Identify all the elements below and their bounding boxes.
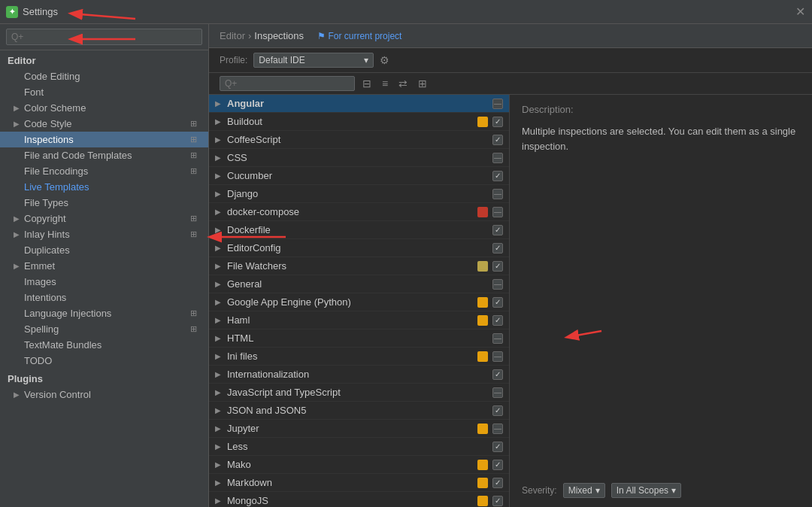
inspection-checkbox[interactable]: — — [492, 387, 503, 398]
sidebar-item-version-control[interactable]: ▶ Version Control — [0, 387, 208, 402]
inspection-checkbox[interactable]: ✓ — [492, 297, 503, 308]
inspection-row[interactable]: ▶EditorConfig✓ — [209, 239, 509, 257]
sidebar-item-copyright[interactable]: ▶ Copyright ⊞ — [0, 211, 208, 226]
no-arrow-sp — [12, 325, 21, 334]
sidebar-item-intentions[interactable]: Intentions — [0, 290, 208, 305]
inspection-checkbox[interactable]: — — [492, 333, 503, 344]
inspection-checkbox[interactable]: — — [492, 279, 503, 290]
inspection-row[interactable]: ▶Markdown✓ — [209, 474, 509, 492]
inspection-row[interactable]: ▶General— — [209, 275, 509, 293]
sidebar-item-code-editing[interactable]: Code Editing — [0, 68, 208, 84]
sidebar-item-language-injections[interactable]: Language Injections ⊞ — [0, 305, 208, 321]
inspection-row[interactable]: ▶Dockerfile✓ — [209, 221, 509, 239]
inspection-expand-arrow: ▶ — [215, 135, 223, 144]
no-arrow — [12, 88, 21, 97]
profile-dropdown-arrow: ▾ — [364, 55, 368, 65]
inspection-row[interactable]: ▶Internationalization✓ — [209, 366, 509, 384]
inspection-row[interactable]: ▶MongoJS✓ — [209, 492, 509, 507]
sidebar-search-input[interactable] — [6, 29, 202, 45]
inspection-row[interactable]: ▶JSON and JSON5✓ — [209, 402, 509, 420]
sidebar-item-code-style[interactable]: ▶ Code Style ⊞ — [0, 116, 208, 132]
inspection-row[interactable]: ▶Haml✓ — [209, 311, 509, 329]
inspection-row[interactable]: ▶Django— — [209, 185, 509, 203]
inspection-row[interactable]: ▶Less✓ — [209, 438, 509, 456]
copyright-icon: ⊞ — [190, 214, 201, 224]
inspection-row[interactable]: ▶CoffeeScript✓ — [209, 131, 509, 149]
profile-bar: Profile: Default IDE ▾ ⚙ — [209, 48, 812, 73]
close-button[interactable]: ✕ — [794, 6, 806, 18]
sidebar-item-file-encodings[interactable]: File Encodings ⊞ — [0, 163, 208, 179]
sidebar-item-emmet[interactable]: ▶ Emmet — [0, 258, 208, 274]
inspection-row[interactable]: ▶CSS— — [209, 149, 509, 167]
inspection-checkbox[interactable]: ✓ — [492, 460, 503, 470]
gear-button[interactable]: ⚙ — [380, 54, 389, 66]
expand-all-button[interactable]: ≡ — [379, 76, 391, 91]
inspection-checkbox[interactable]: ✓ — [492, 442, 503, 452]
sidebar-item-color-scheme[interactable]: ▶ Color Scheme — [0, 100, 208, 116]
inspection-checkbox[interactable]: ✓ — [492, 243, 503, 254]
inspection-checkbox[interactable]: ✓ — [492, 135, 503, 145]
inspection-row[interactable]: ▶Google App Engine (Python)✓ — [209, 293, 509, 311]
sort-button[interactable]: ⇄ — [395, 76, 411, 91]
inspection-checkbox[interactable]: — — [492, 189, 503, 199]
inspection-checkbox[interactable]: ✓ — [492, 478, 503, 488]
inspection-color-box — [477, 460, 488, 470]
inspection-row[interactable]: ▶docker-compose— — [209, 203, 509, 221]
inspection-expand-arrow: ▶ — [215, 496, 223, 505]
sidebar-item-inspections[interactable]: Inspections ⊞ — [0, 132, 208, 147]
inspection-row[interactable]: ▶Cucumber✓ — [209, 167, 509, 185]
for-current-project-button[interactable]: ⚑ For current project — [317, 31, 401, 41]
inspection-row[interactable]: ▶Ini files— — [209, 348, 509, 366]
sidebar-item-font[interactable]: Font — [0, 84, 208, 100]
inspection-checkbox[interactable]: — — [492, 99, 503, 109]
inspection-checkbox[interactable]: — — [492, 207, 503, 217]
inspection-expand-arrow: ▶ — [215, 280, 223, 288]
sidebar-item-textmate[interactable]: TextMate Bundles — [0, 337, 208, 353]
sidebar-label-language-injections: Language Injections — [24, 308, 111, 319]
inspection-row[interactable]: ▶Buildout✓ — [209, 113, 509, 131]
inspection-expand-arrow: ▶ — [215, 478, 223, 487]
inspection-name: Internationalization — [227, 369, 488, 380]
view-button[interactable]: ⊞ — [415, 76, 430, 91]
sidebar-item-duplicates[interactable]: Duplicates — [0, 242, 208, 258]
inspection-row[interactable]: ▶File Watchers✓ — [209, 257, 509, 275]
sp-icon: ⊞ — [190, 324, 201, 335]
inspection-checkbox[interactable]: ✓ — [492, 117, 503, 127]
scope-value: In All Scopes — [617, 485, 668, 496]
inspection-checkbox[interactable]: ✓ — [492, 225, 503, 235]
inspection-row[interactable]: ▶JavaScript and TypeScript— — [209, 384, 509, 402]
inspection-checkbox[interactable]: ✓ — [492, 171, 503, 181]
inspection-row[interactable]: ▶Angular— — [209, 95, 509, 113]
sidebar-item-live-templates[interactable]: Live Templates — [0, 179, 208, 195]
filter-button[interactable]: ⊟ — [359, 76, 374, 91]
inspection-row[interactable]: ▶HTML— — [209, 329, 509, 348]
inspection-expand-arrow: ▶ — [215, 262, 223, 270]
sidebar-item-todo[interactable]: TODO — [0, 353, 208, 369]
sidebar-label-textmate: TextMate Bundles — [24, 339, 102, 351]
inspection-row[interactable]: ▶Jupyter— — [209, 420, 509, 438]
sidebar-item-inlay-hints[interactable]: ▶ Inlay Hints ⊞ — [0, 226, 208, 242]
inspection-checkbox[interactable]: — — [492, 424, 503, 434]
scope-dropdown[interactable]: In All Scopes ▾ — [611, 483, 681, 498]
inspection-checkbox[interactable]: ✓ — [492, 369, 503, 380]
severity-dropdown[interactable]: Mixed ▾ — [563, 483, 605, 498]
inspections-search-input[interactable] — [220, 76, 355, 91]
sidebar-item-file-code-templates[interactable]: File and Code Templates ⊞ — [0, 147, 208, 163]
sidebar-item-spelling[interactable]: Spelling ⊞ — [0, 321, 208, 337]
fe-icon: ⊞ — [190, 166, 201, 177]
inspection-expand-arrow: ▶ — [215, 153, 223, 162]
inspection-expand-arrow: ▶ — [215, 208, 223, 216]
inspection-checkbox[interactable]: ✓ — [492, 405, 503, 416]
content-header: Editor › Inspections ⚑ For current proje… — [209, 24, 812, 48]
inspection-checkbox[interactable]: ✓ — [492, 261, 503, 272]
inspection-row[interactable]: ▶Mako✓ — [209, 456, 509, 474]
inspection-checkbox[interactable]: ✓ — [492, 496, 503, 506]
sidebar-item-images[interactable]: Images — [0, 274, 208, 290]
inspection-checkbox[interactable]: — — [492, 351, 503, 362]
no-arrow-ft — [12, 199, 21, 208]
inspection-checkbox[interactable]: — — [492, 153, 503, 163]
sidebar-item-file-types[interactable]: File Types — [0, 195, 208, 211]
profile-dropdown[interactable]: Default IDE ▾ — [253, 53, 374, 68]
sidebar-label-file-types: File Types — [24, 197, 68, 208]
inspection-checkbox[interactable]: ✓ — [492, 315, 503, 326]
